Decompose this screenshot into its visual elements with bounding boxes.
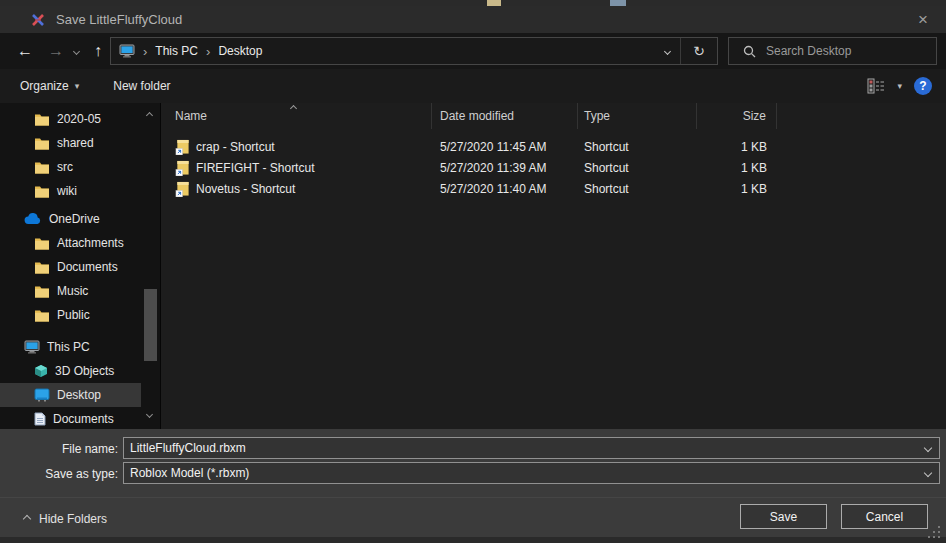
sort-ascending-icon xyxy=(290,105,297,112)
sidebar-item-3d-objects[interactable]: 3D Objects xyxy=(0,359,141,383)
views-chevron-icon[interactable]: ▾ xyxy=(897,81,902,91)
folder-icon xyxy=(34,237,50,250)
main-area: 2020-05 shared src wiki OneDrive Attachm… xyxy=(0,103,946,429)
sidebar-item-documents[interactable]: Documents xyxy=(0,407,141,431)
dialog-title: Save LittleFluffyCloud xyxy=(56,12,182,27)
sidebar-item-this-pc[interactable]: This PC xyxy=(0,335,141,359)
sidebar-item-onedrive[interactable]: OneDrive xyxy=(0,207,141,231)
folder-icon xyxy=(34,185,50,198)
chevron-down-icon: ▾ xyxy=(75,81,80,91)
novetus-app-icon xyxy=(30,12,46,28)
scrollbar-thumb[interactable] xyxy=(144,289,157,361)
search-icon xyxy=(743,45,756,58)
folder-icon xyxy=(34,161,50,174)
sidebar-item-shared[interactable]: shared xyxy=(0,131,141,155)
sidebar-scrollbar[interactable] xyxy=(144,105,158,427)
file-row-novetus-shortcut[interactable]: Novetus - Shortcut 5/27/2020 11:40 AM Sh… xyxy=(161,178,946,199)
breadcrumb-separator: › xyxy=(135,44,155,59)
file-row-crap-shortcut[interactable]: crap - Shortcut 5/27/2020 11:45 AM Short… xyxy=(161,136,946,157)
sidebar-item-public[interactable]: Public xyxy=(0,303,141,327)
document-icon xyxy=(34,412,46,426)
folder-icon xyxy=(34,309,50,322)
sidebar-item-attachments[interactable]: Attachments xyxy=(0,231,141,255)
file-name-label: File name: xyxy=(0,442,118,456)
sidebar-item-wiki[interactable]: wiki xyxy=(0,179,141,203)
sidebar-item-documents-onedrive[interactable]: Documents xyxy=(0,255,141,279)
dialog-footer: File name: Save as type: Roblox Model (*… xyxy=(0,429,946,537)
save-as-type-value: Roblox Model (*.rbxm) xyxy=(124,466,917,480)
folder-icon xyxy=(34,113,50,126)
chevron-up-icon xyxy=(23,515,31,523)
column-header-size[interactable]: Size xyxy=(697,103,777,129)
column-headers: Name Date modified Type Size xyxy=(161,103,946,129)
file-row-firefight-shortcut[interactable]: FIREFIGHT - Shortcut 5/27/2020 11:39 AM … xyxy=(161,157,946,178)
close-icon[interactable]: × xyxy=(900,6,946,33)
breadcrumb-this-pc[interactable]: This PC xyxy=(155,44,198,58)
forward-icon[interactable]: → xyxy=(42,33,70,69)
shortcut-icon xyxy=(175,160,190,176)
shortcut-icon xyxy=(175,139,190,155)
background-app-strip-bottom xyxy=(0,537,946,543)
up-icon[interactable]: ↑ xyxy=(84,33,112,69)
hide-folders-button[interactable]: Hide Folders xyxy=(24,512,107,526)
save-button[interactable]: Save xyxy=(740,504,827,529)
scroll-down-icon[interactable] xyxy=(146,411,153,418)
save-as-type-select[interactable]: Roblox Model (*.rbxm) xyxy=(123,462,940,484)
scroll-up-icon[interactable] xyxy=(146,112,153,119)
cloud-icon xyxy=(24,213,42,225)
file-list: Name Date modified Type Size crap - Shor… xyxy=(160,103,946,429)
shortcut-icon xyxy=(175,181,190,197)
search-input[interactable] xyxy=(766,44,916,58)
save-as-type-dropdown-icon[interactable] xyxy=(917,470,939,476)
file-name-input[interactable] xyxy=(124,441,917,455)
organize-button[interactable]: Organize ▾ xyxy=(20,79,79,93)
monitor-icon xyxy=(24,340,40,354)
sidebar-item-src[interactable]: src xyxy=(0,155,141,179)
folder-icon xyxy=(34,285,50,298)
column-header-type[interactable]: Type xyxy=(578,103,697,129)
column-header-name[interactable]: Name xyxy=(161,103,432,129)
breadcrumb-separator: › xyxy=(198,44,218,59)
search-box[interactable] xyxy=(728,37,937,65)
sidebar-item-desktop[interactable]: Desktop xyxy=(0,383,141,407)
back-icon[interactable]: ← xyxy=(10,33,40,69)
navigation-bar: ← → ↑ › This PC › Desktop ↻ xyxy=(0,33,946,69)
folder-icon xyxy=(34,261,50,274)
dialog-titlebar: Save LittleFluffyCloud × xyxy=(0,6,946,33)
sidebar-item-music[interactable]: Music xyxy=(0,279,141,303)
cube-icon xyxy=(34,364,48,378)
save-as-type-label: Save as type: xyxy=(0,467,118,481)
views-icon[interactable] xyxy=(867,78,885,94)
refresh-icon[interactable]: ↻ xyxy=(681,38,717,64)
divider xyxy=(0,497,946,498)
folder-icon xyxy=(34,137,50,150)
help-icon[interactable]: ? xyxy=(914,77,932,95)
new-folder-button[interactable]: New folder xyxy=(113,79,170,93)
breadcrumb-desktop[interactable]: Desktop xyxy=(218,44,262,58)
navigation-pane: 2020-05 shared src wiki OneDrive Attachm… xyxy=(0,103,160,429)
desktop-icon xyxy=(34,388,50,402)
address-bar[interactable]: › This PC › Desktop ↻ xyxy=(110,37,718,65)
file-name-dropdown-icon[interactable] xyxy=(917,445,939,451)
file-name-field[interactable] xyxy=(123,437,940,459)
history-chevron-icon[interactable] xyxy=(68,33,84,69)
this-pc-icon xyxy=(119,44,135,58)
command-toolbar: Organize ▾ New folder ▾ ? xyxy=(0,69,946,103)
address-dropdown-icon[interactable] xyxy=(654,38,680,64)
column-header-date-modified[interactable]: Date modified xyxy=(432,103,578,129)
cancel-button[interactable]: Cancel xyxy=(841,504,928,529)
resize-grip[interactable] xyxy=(928,526,940,538)
sidebar-item-2020-05[interactable]: 2020-05 xyxy=(0,107,141,131)
